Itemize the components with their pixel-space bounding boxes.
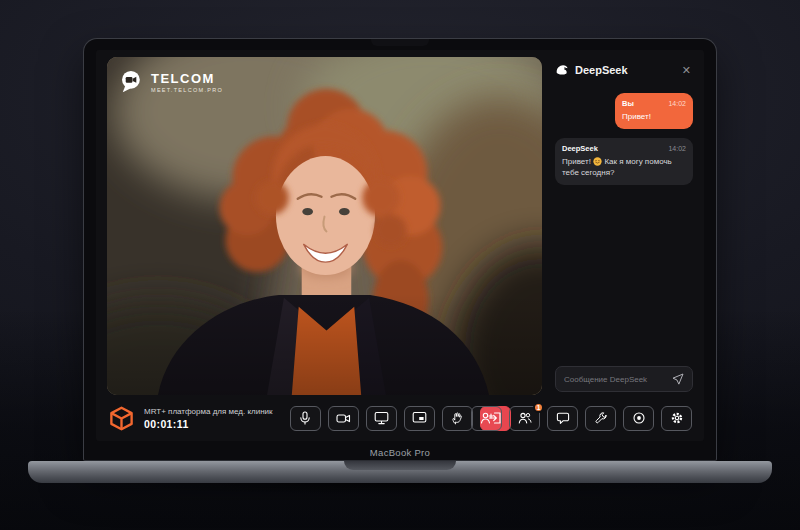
chat-messages: Вы 14:02 Привет! DeepSeek 14:02 При [555,81,693,358]
message-time: 14:02 [668,100,686,107]
gear-icon [670,411,684,425]
call-toolbar: MRT+ платформа для мед. клиник 00:01:11 [107,395,693,441]
chat-bubble-icon [556,411,570,425]
chat-message-outgoing: Вы 14:02 Привет! [615,93,693,129]
message-text: Привет! [622,111,686,123]
presentation-icon [412,411,427,425]
record-icon [632,411,646,425]
macbook-base-notch [344,461,456,470]
message-text-part: Привет! [562,157,591,166]
whale-logo-icon [555,63,570,78]
camera-notch [371,39,429,46]
participants-icon [518,411,532,425]
chat-title: DeepSeek [575,64,675,76]
participants-button[interactable]: 1 [509,406,540,431]
record-button[interactable] [623,406,654,431]
chat-message-incoming: DeepSeek 14:02 Привет! [555,138,693,185]
microphone-button[interactable] [290,406,321,431]
meeting-info: MRT+ платформа для мед. клиник 00:01:11 [108,405,273,432]
video-call-app: TELCOM meet.telcom.pro DeepSeek ✕ [96,50,704,441]
close-icon[interactable]: ✕ [680,63,693,78]
participants-badge: 1 [533,402,544,413]
add-participant-icon [480,411,494,425]
raise-hand-button[interactable] [442,406,473,431]
cube-logo-icon [108,405,135,432]
chat-header: DeepSeek ✕ [555,59,693,81]
brand-name: TELCOM [151,72,223,85]
raise-hand-icon [451,411,464,425]
message-author: DeepSeek [562,144,598,153]
brand-tagline: meet.telcom.pro [151,87,223,93]
camera-button[interactable] [328,406,359,431]
macbook-base [28,461,772,483]
wrench-icon [594,411,608,425]
meeting-timer: 00:01:11 [144,418,273,430]
smiley-emoji-icon [593,157,602,166]
speech-bubble-camera-icon [119,69,145,95]
macbook-screen: TELCOM meet.telcom.pro DeepSeek ✕ [83,38,717,461]
meeting-title: MRT+ платформа для мед. клиник [144,407,273,416]
brand-logo: TELCOM meet.telcom.pro [119,69,223,95]
camera-icon [336,412,351,425]
screen-share-icon [374,411,389,425]
settings-button[interactable] [661,406,692,431]
screen-share-button[interactable] [366,406,397,431]
message-author: Вы [622,99,634,108]
message-time: 14:02 [668,145,686,152]
chat-button[interactable] [547,406,578,431]
video-tile-participant: TELCOM meet.telcom.pro [107,57,542,395]
chat-input-row [555,366,693,392]
secondary-controls: 1 [471,406,692,431]
message-text: Привет! Как я могу помочь тебе сегодня? [562,156,686,179]
tools-button[interactable] [585,406,616,431]
microphone-icon [298,411,312,425]
deepseek-chat-panel: DeepSeek ✕ Вы 14:02 Привет! [555,57,693,395]
send-icon[interactable] [672,373,684,385]
chat-message-input[interactable] [564,375,667,384]
add-participant-button[interactable] [471,406,502,431]
desk-background: TELCOM meet.telcom.pro DeepSeek ✕ [0,0,800,530]
participant-video-feed [107,57,542,395]
device-label: MacBook Pro [84,447,716,458]
presentation-button[interactable] [404,406,435,431]
